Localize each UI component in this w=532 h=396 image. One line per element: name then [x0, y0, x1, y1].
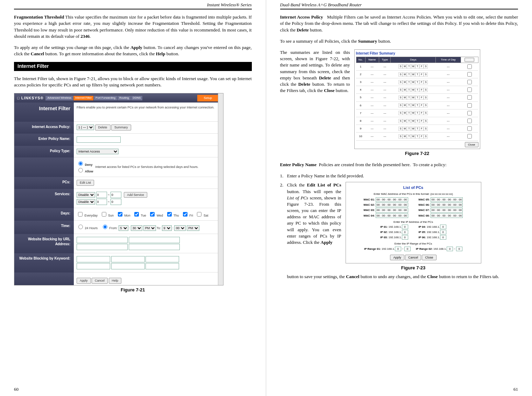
add-service-button[interactable]: Add Service: [124, 192, 147, 198]
time-h2[interactable]: 9: [162, 225, 172, 231]
kw-5[interactable]: [111, 263, 145, 269]
range-02a[interactable]: 0: [447, 247, 453, 251]
policy-type-select[interactable]: Internet Access: [77, 149, 119, 154]
label-time: Time:: [14, 221, 74, 234]
tab-port-forwarding[interactable]: Port Forwarding: [94, 96, 117, 100]
deny-radio[interactable]: [78, 161, 83, 166]
summary-button[interactable]: Summary: [111, 125, 131, 130]
day-sat[interactable]: [197, 212, 201, 217]
mac-03[interactable]: 00 : 00 : 00 : 00 : 00 : 00: [376, 208, 408, 212]
help-button[interactable]: Help: [109, 278, 122, 284]
day-sun[interactable]: [102, 212, 106, 217]
time-24h[interactable]: [78, 225, 83, 229]
time-from[interactable]: [103, 225, 107, 229]
range-01b[interactable]: 0: [404, 247, 411, 251]
fig722-check-6[interactable]: [467, 103, 472, 108]
intro-text: Filters enable you to prevent certain PC…: [74, 102, 218, 122]
service-select-2[interactable]: Disable: [77, 199, 95, 205]
kw-4[interactable]: [77, 263, 110, 269]
url-1[interactable]: [77, 237, 128, 243]
section-internet-filter: Internet Filter: [14, 62, 252, 71]
policy-name-input[interactable]: [77, 136, 121, 143]
mac-08[interactable]: 00 : 00 : 00 : 00 : 00 : 00: [431, 213, 463, 218]
ip-03[interactable]: 0: [402, 235, 408, 240]
kw-2[interactable]: [111, 256, 145, 262]
kw-6[interactable]: [146, 263, 179, 269]
delete-button[interactable]: Delete: [95, 125, 111, 130]
label-days: Days:: [14, 208, 74, 221]
svc-to-1[interactable]: [111, 192, 121, 198]
fig722-check-5[interactable]: [467, 95, 472, 100]
ip-02[interactable]: 0: [402, 230, 408, 234]
ip-05[interactable]: 0: [440, 230, 446, 234]
tab-internet-filter[interactable]: Internet Filter: [73, 96, 93, 100]
ip-01[interactable]: 0: [402, 225, 408, 229]
day-mon[interactable]: [118, 212, 122, 217]
mac-05[interactable]: 00 : 00 : 00 : 00 : 00 : 00: [431, 197, 463, 202]
fig722-check-10[interactable]: [467, 134, 472, 139]
mac-02[interactable]: 00 : 00 : 00 : 00 : 00 : 00: [376, 203, 408, 207]
header-right: Dual-Band Wireless A+G Broadband Router: [280, 2, 518, 9]
svc-from-2[interactable]: [96, 199, 107, 205]
time-ap1[interactable]: PM: [143, 225, 156, 231]
fig722-check-9[interactable]: [467, 126, 472, 131]
mac-04[interactable]: 00 : 00 : 00 : 00 : 00 : 00: [376, 213, 408, 218]
edit-list-button[interactable]: Edit List: [77, 180, 94, 186]
day-tue[interactable]: [134, 212, 139, 217]
service-select-1[interactable]: Disable: [77, 192, 95, 198]
kw-1[interactable]: [77, 256, 110, 262]
day-everyday[interactable]: [78, 212, 83, 217]
url-3[interactable]: [77, 244, 128, 250]
time-ap2[interactable]: PM: [187, 225, 199, 231]
ip-06[interactable]: 0: [440, 235, 446, 240]
url-2[interactable]: [129, 237, 180, 243]
fig722-check-3[interactable]: [467, 80, 472, 84]
time-m1[interactable]: 30: [131, 225, 142, 231]
fig723-title: List of PCs: [349, 185, 478, 190]
paragraph-iap: Internet Access Policy Multiple Filters …: [280, 14, 518, 33]
header-left: Instant Wireless® Series: [14, 2, 252, 9]
fig722-check-1[interactable]: [467, 64, 472, 69]
cancel-button[interactable]: Cancel: [92, 278, 108, 284]
figure-7-22-screenshot: Internet Filter Summary No. Name Type Da…: [354, 49, 480, 149]
mac-01[interactable]: 00 : 00 : 00 : 00 : 00 : 00: [376, 197, 408, 202]
url-4[interactable]: [129, 244, 180, 250]
fig723-close[interactable]: Close: [422, 255, 436, 261]
day-thu[interactable]: [167, 212, 172, 217]
tab-ddns[interactable]: DDNS: [131, 96, 143, 100]
range-02b[interactable]: 0: [456, 247, 462, 251]
mac-07[interactable]: 00 : 00 : 00 : 00 : 00 : 00: [431, 208, 463, 212]
paragraph-enter-policy: Enter Policy Name Policies are created f…: [280, 162, 518, 168]
time-m2[interactable]: 00: [174, 225, 186, 231]
day-wed[interactable]: [150, 212, 155, 217]
fig722-check-7[interactable]: [467, 111, 472, 115]
time-h1[interactable]: 5: [119, 225, 128, 231]
tab-advanced-wireless[interactable]: Advanced Wireless: [45, 96, 73, 100]
kw-3[interactable]: [146, 256, 179, 262]
allow-radio[interactable]: [78, 168, 83, 172]
ip-04[interactable]: 0: [440, 225, 446, 229]
tab-routing[interactable]: Routing: [118, 96, 131, 100]
policy-select[interactable]: 1 ( — ): [77, 125, 94, 130]
fig722-check-8[interactable]: [467, 119, 472, 123]
range-01a[interactable]: 0: [395, 247, 401, 251]
svc-to-2[interactable]: [111, 199, 121, 205]
fig722-check-2[interactable]: [467, 72, 472, 77]
figure-7-22-caption: Figure 7-22: [354, 150, 480, 157]
col-name: Name: [365, 57, 379, 63]
scrollbar[interactable]: [218, 93, 223, 285]
fig722-close[interactable]: Close: [465, 142, 478, 147]
fig723-cancel[interactable]: Cancel: [405, 255, 421, 261]
paragraph-summary: To see a summary of all Policies, click …: [280, 38, 518, 44]
fig722-check-4[interactable]: [467, 87, 472, 92]
apply-button[interactable]: Apply: [77, 278, 91, 284]
fig722-delete[interactable]: Delete: [464, 58, 474, 62]
label-block-keyword: Website Blocking by Keyword:: [14, 253, 74, 273]
mac-06[interactable]: 00 : 00 : 00 : 00 : 00 : 00: [431, 203, 463, 207]
day-fri[interactable]: [183, 212, 187, 217]
svc-from-1[interactable]: [96, 192, 107, 198]
fig723-apply[interactable]: Apply: [390, 255, 404, 261]
setup-button[interactable]: Setup: [197, 95, 218, 101]
label-policy-type: Policy Type:: [14, 146, 74, 157]
figure-7-23-caption: Figure 7-23: [346, 265, 481, 271]
